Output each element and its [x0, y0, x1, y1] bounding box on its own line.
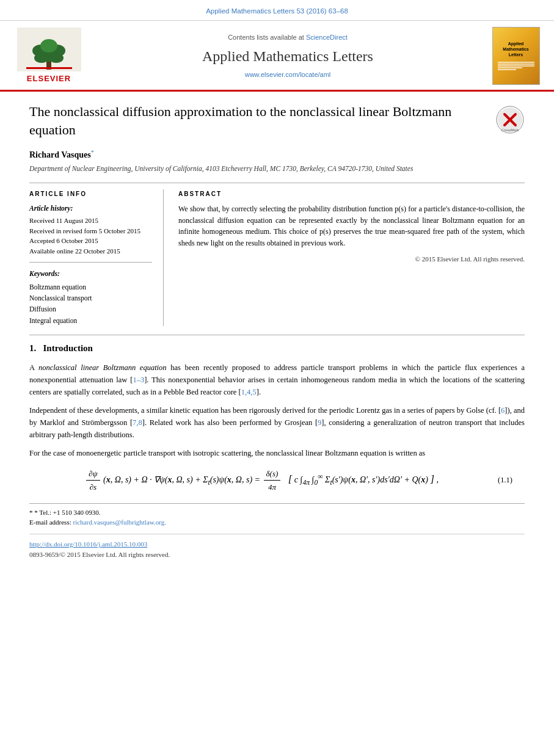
intro-title: 1. Introduction — [29, 341, 525, 355]
svg-point-6 — [34, 53, 49, 63]
history-revised: Received in revised form 5 October 2015 — [29, 226, 152, 236]
ref-145[interactable]: 1,4,5 — [241, 388, 257, 396]
elsevier-logo-area: ELSEVIER — [12, 27, 86, 85]
journal-citation: Applied Mathematics Letters 53 (2016) 63… — [0, 0, 554, 21]
intro-paragraph-3: For the case of monoenergetic particle t… — [29, 447, 525, 459]
elsevier-brand: ELSEVIER — [27, 73, 71, 85]
journal-title: Applied Mathematics Letters — [202, 45, 373, 67]
crossmark-icon: CrossMark — [496, 106, 524, 134]
abstract-label: ABSTRACT — [178, 189, 525, 198]
sciencedirect-prefix: Contents lists available at — [228, 34, 304, 41]
sciencedirect-line: Contents lists available at ScienceDirec… — [228, 32, 348, 43]
citation-text: Applied Mathematics Letters 53 (2016) 63… — [206, 7, 348, 15]
journal-cover-area: AppliedMathematicsLetters — [490, 27, 542, 85]
sciencedirect-link[interactable]: ScienceDirect — [306, 34, 348, 41]
svg-point-5 — [40, 39, 57, 53]
abstract-column: ABSTRACT We show that, by correctly sele… — [178, 189, 525, 326]
page: Applied Mathematics Letters 53 (2016) 63… — [0, 0, 554, 756]
footnote-star: * — [29, 509, 34, 516]
journal-url[interactable]: www.elsevier.com/locate/aml — [245, 70, 331, 80]
ref-1-3[interactable]: 1–3 — [133, 376, 144, 384]
keyword-2: Nonclassical transport — [29, 293, 152, 303]
equation-number: (1.1) — [482, 474, 512, 486]
tel-number: +1 510 340 0930. — [53, 509, 101, 516]
info-abstract-columns: ARTICLE INFO Article history: Received 1… — [29, 189, 525, 326]
article-title-block: The nonclassical diffusion approximation… — [29, 103, 525, 139]
equation-display: ∂ψ ∂s (x, Ω, s) + Ω · ∇ψ(x, Ω, s) + Σt(s… — [42, 468, 482, 493]
affiliation: Department of Nuclear Engineering, Unive… — [29, 164, 525, 174]
journal-header: ELSEVIER Contents lists available at Sci… — [0, 21, 554, 92]
divider-keywords — [29, 262, 152, 263]
eq-frac-psi: ∂ψ ∂s — [86, 468, 100, 493]
ref-78[interactable]: 7,8 — [133, 418, 142, 427]
abstract-paragraph: We show that, by correctly selecting the… — [178, 203, 525, 249]
crossmark-logo[interactable]: CrossMark — [495, 105, 525, 134]
history-label: Article history: — [29, 203, 152, 214]
cover-decoration — [498, 61, 534, 71]
article-title-text: The nonclassical diffusion approximation… — [29, 103, 495, 139]
cover-title: AppliedMathematicsLetters — [503, 41, 528, 57]
ref-9[interactable]: 9 — [318, 418, 321, 427]
intro-paragraph-1: A nonclassical linear Boltzmann equation… — [29, 362, 525, 398]
history-received: Received 11 August 2015 — [29, 216, 152, 226]
footnote-tel: * * Tel.: +1 510 340 0930. — [29, 507, 525, 518]
history-accepted: Accepted 6 October 2015 — [29, 236, 152, 246]
keyword-3: Diffusion — [29, 303, 152, 314]
doi-link[interactable]: http://dx.doi.org/10.1016/j.aml.2015.10.… — [29, 540, 147, 548]
main-content: The nonclassical diffusion approximation… — [0, 92, 554, 571]
ref-6[interactable]: 6 — [501, 406, 505, 415]
tel-label: * Tel.: — [34, 509, 51, 516]
bottom-links: http://dx.doi.org/10.1016/j.aml.2015.10.… — [29, 534, 525, 560]
issn-text: 0893-9659/© 2015 Elsevier Ltd. All right… — [29, 550, 525, 560]
equation-1-1: ∂ψ ∂s (x, Ω, s) + Ω · ∇ψ(x, Ω, s) + Σt(s… — [29, 468, 525, 493]
abstract-text: We show that, by correctly selecting the… — [178, 203, 525, 249]
elsevier-tree-icon — [17, 27, 81, 71]
email-address[interactable]: richard.vasques@fulbrightlaw.org. — [73, 518, 166, 526]
copyright-notice: © 2015 Elsevier Ltd. All rights reserved… — [178, 254, 525, 264]
journal-cover: AppliedMathematicsLetters — [492, 27, 540, 85]
footnote-email: E-mail address: richard.vasques@fulbrigh… — [29, 517, 525, 528]
eq-frac-delta: δ(s) 4π — [264, 468, 281, 493]
svg-point-7 — [49, 53, 64, 63]
keywords-label: Keywords: — [29, 269, 152, 279]
author-footnote-marker: * — [91, 149, 94, 156]
email-label: E-mail address: — [29, 518, 71, 526]
author-name: Richard Vasques — [29, 150, 91, 159]
author-line: Richard Vasques* — [29, 148, 525, 161]
history-online: Available online 22 October 2015 — [29, 246, 152, 256]
article-info-column: ARTICLE INFO Article history: Received 1… — [29, 189, 164, 326]
svg-rect-8 — [26, 67, 72, 69]
divider-1 — [29, 183, 525, 183]
section-number: 1. — [29, 343, 36, 353]
keyword-1: Boltzmann equation — [29, 282, 152, 293]
article-info-label: ARTICLE INFO — [29, 189, 152, 198]
journal-title-area: Contents lists available at ScienceDirec… — [95, 27, 480, 85]
section-heading: Introduction — [43, 343, 93, 353]
divider-2 — [29, 335, 525, 335]
footnotes: * * Tel.: +1 510 340 0930. E-mail addres… — [29, 503, 525, 528]
keyword-4: Integral equation — [29, 315, 152, 326]
svg-text:CrossMark: CrossMark — [501, 128, 519, 132]
intro-paragraph-2: Independent of these developments, a sim… — [29, 404, 525, 441]
